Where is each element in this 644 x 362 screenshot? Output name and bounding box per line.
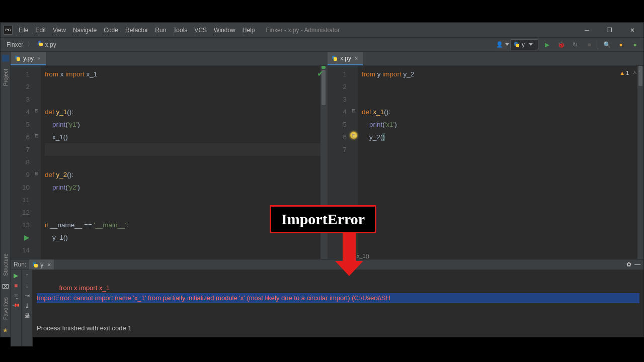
search-everywhere-button[interactable]: 🔍 — [601, 39, 612, 50]
stop-run-button[interactable]: ■ — [14, 282, 18, 289]
structure-tool-icon[interactable]: ⌧ — [2, 283, 9, 290]
fold-handle[interactable]: ⊟ — [34, 108, 39, 113]
run-with-coverage-button[interactable]: ↻ — [570, 39, 581, 50]
analysis-ok-icon[interactable]: ✔ — [317, 69, 324, 78]
code-line[interactable]: print('y2') — [45, 181, 320, 194]
scroll-to-end-button[interactable]: ⤓ — [25, 302, 30, 309]
code-line[interactable]: def y_1(): — [45, 106, 320, 118]
run-settings-icon[interactable]: ✿ — [626, 261, 631, 268]
error-line[interactable]: ImportError: cannot import name 'x_1' fr… — [37, 293, 639, 303]
window-title: Finxer - x.py - Administrator — [266, 27, 340, 34]
favorites-tool-button[interactable]: Favorites — [3, 293, 9, 324]
up-stack-button[interactable]: ↑ — [26, 272, 29, 279]
code-line[interactable] — [45, 194, 320, 206]
run-header: Run: y × ✿ — — [11, 259, 643, 270]
run-config-label: y — [522, 41, 525, 48]
code-line[interactable] — [45, 244, 320, 256]
left-tool-stripe: Project Structure ⌧ Favorites ★ — [1, 52, 11, 337]
menu-run[interactable]: Run — [152, 25, 169, 36]
menu-vcs[interactable]: VCS — [191, 25, 210, 36]
close-tab-icon[interactable]: × — [36, 55, 41, 61]
fold-handle[interactable]: ⊟ — [351, 133, 356, 138]
down-stack-button[interactable]: ↓ — [26, 282, 29, 289]
code-line[interactable]: from x import x_1 — [45, 68, 320, 80]
code-line[interactable] — [362, 80, 637, 93]
maximize-button[interactable]: ❐ — [598, 23, 621, 38]
python-file-icon — [37, 41, 43, 47]
run-output[interactable]: from x import x_1 ImportError: cannot im… — [33, 270, 643, 346]
layout-button[interactable]: ≡̤ — [14, 292, 19, 299]
run-tab-label: y — [40, 261, 43, 268]
debug-button[interactable]: 🐞 — [555, 39, 567, 50]
code-line[interactable] — [45, 156, 320, 168]
ide-update-icon[interactable]: ● — [629, 39, 640, 50]
run-hide-icon[interactable]: — — [634, 261, 640, 268]
favorites-tool-icon[interactable]: ★ — [2, 327, 9, 334]
run-config-selector[interactable]: y — [510, 39, 538, 50]
code-line[interactable]: from y import y_2 — [362, 68, 637, 80]
close-button[interactable]: ✕ — [621, 23, 643, 38]
ide-settings-icon[interactable]: ● — [615, 39, 626, 50]
tab-y-py[interactable]: y.py × — [11, 52, 46, 65]
code-line[interactable]: def y_2(): — [45, 168, 320, 181]
analysis-warning-indicator[interactable]: ▲1 ㅅˇ — [619, 69, 640, 76]
breadcrumb-file-label: x.py — [45, 41, 56, 48]
soft-wrap-button[interactable]: ⇥ — [25, 292, 30, 299]
fold-handle[interactable]: ⊟ — [351, 108, 356, 113]
fold-handle[interactable]: ⊟ — [34, 133, 39, 138]
fold-handle[interactable]: ⊟ — [34, 171, 39, 176]
project-tool-icon[interactable] — [2, 55, 9, 62]
run-tab[interactable]: y × — [29, 259, 54, 269]
menu-navigate[interactable]: Navigate — [70, 25, 100, 36]
tab-bar-left: y.py × — [11, 52, 327, 66]
run-side-toolbar: ▶ ■ ≡̤ 📌 — [11, 270, 22, 346]
code-line[interactable] — [362, 143, 637, 156]
tab-x-py[interactable]: x.py × — [328, 52, 363, 65]
traceback-line[interactable]: from x import x_1 — [37, 284, 110, 292]
run-gutter-icon[interactable]: ▶ — [11, 231, 30, 244]
menu-code[interactable]: Code — [101, 25, 121, 36]
tab-bar-right: x.py × — [328, 52, 643, 66]
menu-refactor[interactable]: Refactor — [122, 25, 151, 36]
code-line[interactable]: print('y1') — [45, 118, 320, 131]
code-line[interactable] — [45, 80, 320, 93]
menu-window[interactable]: Window — [211, 25, 238, 36]
title-bar: PC FileEditViewNavigateCodeRefactorRunTo… — [1, 23, 643, 38]
annotation-label: ImportError — [270, 205, 376, 233]
code-line[interactable] — [45, 143, 320, 156]
menu-help[interactable]: Help — [239, 25, 258, 36]
code-line[interactable] — [362, 93, 637, 106]
menu-edit[interactable]: Edit — [32, 25, 49, 36]
user-icon[interactable]: 👤 — [498, 40, 507, 49]
rerun-button[interactable]: ▶ — [14, 272, 18, 279]
code-line[interactable]: def x_1(): — [362, 106, 637, 118]
editor-scrollbar[interactable] — [637, 66, 643, 259]
code-line[interactable]: print('x1') — [362, 118, 637, 131]
run-label: Run: — [14, 261, 26, 268]
window-controls: ─ ❐ ✕ — [576, 23, 643, 38]
run-side-toolbar-2: ↑ ↓ ⇥ ⤓ 🖶 — [22, 270, 33, 346]
code-line[interactable]: x_1() — [45, 131, 320, 143]
close-run-tab-icon[interactable]: × — [47, 261, 51, 268]
menu-file[interactable]: File — [16, 25, 31, 36]
python-file-icon — [32, 262, 38, 268]
minimize-button[interactable]: ─ — [576, 23, 598, 38]
run-button[interactable]: ▶ — [541, 39, 552, 50]
annotation-arrow-icon — [335, 232, 363, 276]
nav-bar: Finxer 〉 x.py 👤 y ▶ 🐞 ↻ ■ 🔍 ● ● — [1, 38, 643, 52]
print-button[interactable]: 🖶 — [24, 312, 30, 319]
close-tab-icon[interactable]: × — [354, 55, 359, 61]
run-tool-window: Run: y × ✿ — ▶ ■ ≡̤ 📌 ↑ ↓ ⇥ ⤓ — [11, 259, 643, 337]
stop-button[interactable]: ■ — [584, 39, 595, 50]
pycharm-logo-icon: PC — [4, 26, 13, 35]
breadcrumb-project[interactable]: Finxer — [4, 40, 26, 49]
menu-tools[interactable]: Tools — [170, 25, 190, 36]
pin-button[interactable]: 📌 — [12, 301, 20, 309]
code-line[interactable]: y_2() — [362, 131, 637, 143]
code-line[interactable] — [45, 93, 320, 106]
structure-tool-button[interactable]: Structure — [3, 249, 9, 280]
menu-view[interactable]: View — [50, 25, 69, 36]
tab-label: x.py — [340, 55, 351, 62]
breadcrumb-file[interactable]: x.py — [34, 40, 59, 49]
project-tool-button[interactable]: Project — [3, 65, 9, 90]
